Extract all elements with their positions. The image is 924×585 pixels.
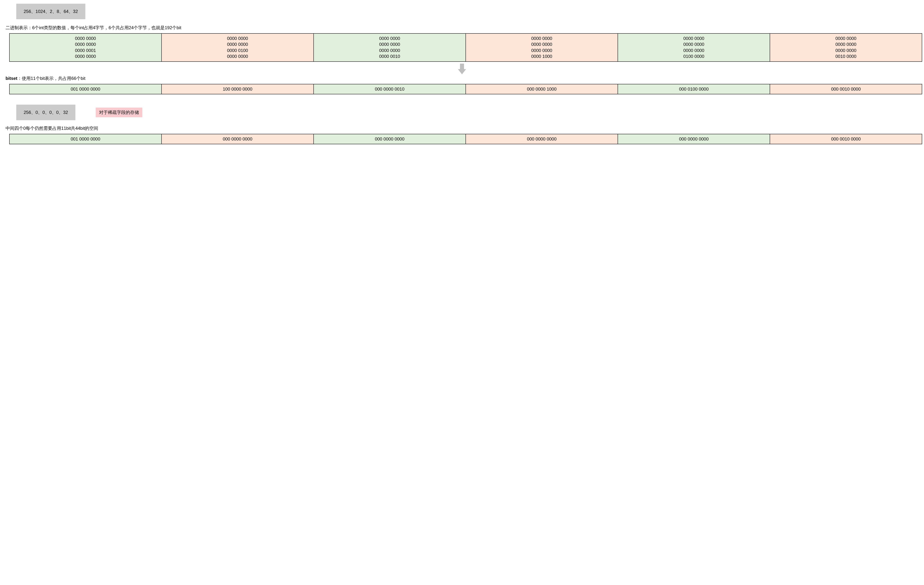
- bitset-caption-rest: ：使用11个bit表示，共占用66个bit: [17, 76, 85, 81]
- bitset-cell: 100 0000 0000: [161, 84, 314, 94]
- int32-cell: 0000 0000 0000 0000 0000 0000 0100 0000: [618, 33, 770, 62]
- bitset-cell: 000 0010 0000: [770, 84, 922, 94]
- int32-table: 0000 0000 0000 0000 0000 0001 0000 0000 …: [9, 33, 922, 62]
- int32-cell: 0000 0000 0000 0000 0000 0000 0000 1000: [465, 33, 618, 62]
- input-numbers-2: 256、0、0、0、0、32: [24, 110, 68, 115]
- bitset-table-1: 001 0000 0000 100 0000 0000 000 0000 001…: [9, 84, 922, 94]
- bitset-table-2: 001 0000 0000 000 0000 0000 000 0000 000…: [9, 134, 922, 144]
- bitset-cell: 000 0100 0000: [618, 84, 770, 94]
- bitset-caption-prefix: bitset: [5, 76, 17, 81]
- int32-cell: 0000 0000 0000 0000 0000 0000 0010 0000: [770, 33, 922, 62]
- int32-cell: 0000 0000 0000 0000 0000 0001 0000 0000: [9, 33, 162, 62]
- int32-cell: 0000 0000 0000 0000 0000 0000 0000 0010: [314, 33, 466, 62]
- sparse-note: 对于稀疏字段的存储: [99, 110, 139, 115]
- sparse-note-box: 对于稀疏字段的存储: [96, 107, 142, 117]
- arrow-down-icon: [5, 64, 919, 74]
- binary-caption: 二进制表示：6个int类型的数值，每个int占用4字节，6个共占用24个字节，也…: [5, 25, 919, 31]
- bitset-cell: 001 0000 0000: [9, 134, 162, 144]
- bitset-cell: 000 0000 1000: [465, 84, 618, 94]
- input-numbers-box-2: 256、0、0、0、0、32: [16, 105, 75, 120]
- sparse-caption: 中间四个0每个仍然需要占用11bit共44bit的空间: [5, 126, 919, 131]
- bitset-cell: 000 0000 0000: [161, 134, 314, 144]
- input-numbers-1: 256、1024、2、8、64、32: [24, 9, 78, 14]
- bitset-caption: bitset：使用11个bit表示，共占用66个bit: [5, 76, 919, 81]
- bitset-cell: 000 0000 0000: [618, 134, 770, 144]
- int32-cell: 0000 0000 0000 0000 0000 0100 0000 0000: [161, 33, 314, 62]
- bitset-cell: 000 0000 0000: [314, 134, 466, 144]
- input-numbers-box-1: 256、1024、2、8、64、32: [16, 4, 85, 19]
- bitset-cell: 001 0000 0000: [9, 84, 162, 94]
- bitset-cell: 000 0000 0000: [465, 134, 618, 144]
- bitset-cell: 000 0010 0000: [770, 134, 922, 144]
- bitset-cell: 000 0000 0010: [314, 84, 466, 94]
